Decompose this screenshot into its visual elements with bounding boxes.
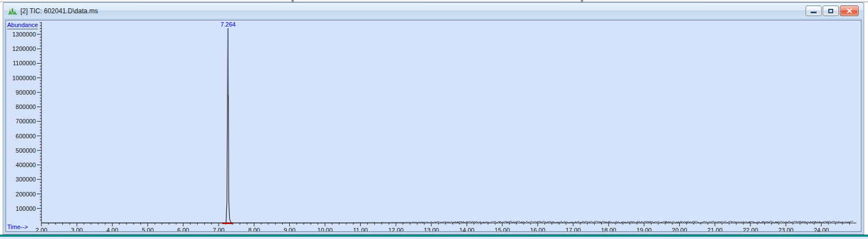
y-tick-label: 500000 <box>15 147 36 154</box>
x-tick-label: 9.00 <box>284 227 295 231</box>
x-tick-label: 22.00 <box>743 227 758 231</box>
y-tick-label: 1000000 <box>12 75 36 81</box>
y-tick-label: 1100000 <box>13 60 36 66</box>
x-tick-label: 5.00 <box>142 227 154 231</box>
y-tick-label: 300000 <box>15 176 36 183</box>
y-tick-label: 800000 <box>15 103 36 110</box>
x-tick-label: 24.00 <box>814 227 829 231</box>
y-tick-label: 600000 <box>15 133 36 139</box>
tic-peak-trace <box>226 29 231 223</box>
chromatogram-plot[interactable]: 1000002000003000004000005000006000007000… <box>6 20 861 232</box>
y-tick-label: 900000 <box>15 89 36 96</box>
y-tick-label: 1200000 <box>12 45 36 52</box>
x-tick-label: 18.00 <box>601 227 616 231</box>
x-tick-label: 21.00 <box>707 227 723 231</box>
x-tick-label: 23.00 <box>778 227 793 231</box>
window-title: [2] TIC: 602041.D\data.ms <box>20 7 98 15</box>
window-titlebar[interactable]: [2] TIC: 602041.D\data.ms <box>4 3 863 18</box>
x-tick-label: 2.00 <box>35 227 47 231</box>
x-tick-label: 17.00 <box>565 227 581 231</box>
chromatogram-icon <box>8 7 17 15</box>
tic-chart: 1000002000003000004000005000006000007000… <box>6 20 861 231</box>
y-tick-label: 100000 <box>15 205 36 212</box>
minimize-icon <box>811 12 817 13</box>
peak-label: 7.264 <box>220 21 236 28</box>
window-controls <box>806 6 859 16</box>
x-tick-label: 12.00 <box>388 227 404 231</box>
x-tick-label: 7.00 <box>213 227 224 231</box>
x-tick-label: 19.00 <box>637 227 652 231</box>
restore-button[interactable] <box>823 6 839 16</box>
x-tick-label: 3.00 <box>71 227 82 231</box>
y-tick-label: 700000 <box>15 118 36 124</box>
y-axis-title: Abundance <box>7 22 38 29</box>
y-tick-label: 400000 <box>15 162 36 168</box>
x-axis-title: Time--> <box>7 224 28 230</box>
x-tick-label: 6.00 <box>177 227 189 231</box>
x-tick-label: 4.00 <box>107 227 118 231</box>
x-tick-label: 20.00 <box>672 227 687 231</box>
y-tick-label: 200000 <box>15 191 36 198</box>
x-tick-label: 14.00 <box>459 227 475 231</box>
close-icon <box>846 8 853 13</box>
chromatogram-window: [2] TIC: 602041.D\data.ms 10000020000030… <box>3 2 864 235</box>
y-tick-label: 1300000 <box>12 31 36 38</box>
x-tick-label: 11.00 <box>353 227 368 231</box>
x-tick-label: 13.00 <box>424 227 439 231</box>
parent-app-background <box>0 237 868 239</box>
minimize-button[interactable] <box>806 6 822 16</box>
x-tick-label: 10.00 <box>317 227 333 231</box>
restore-icon <box>828 9 833 13</box>
tic-baseline-trace <box>41 221 853 223</box>
x-tick-label: 8.00 <box>248 227 260 231</box>
x-tick-label: 15.00 <box>495 227 510 231</box>
x-tick-label: 16.00 <box>530 227 546 231</box>
close-button[interactable] <box>840 6 859 16</box>
